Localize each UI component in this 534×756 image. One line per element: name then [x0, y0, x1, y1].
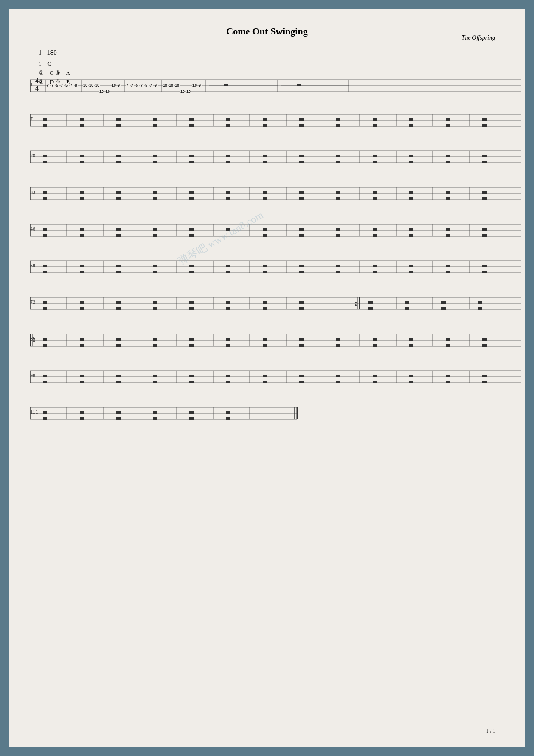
svg-rect-453 [80, 411, 84, 414]
svg-rect-117 [409, 124, 413, 127]
svg-rect-231 [116, 228, 121, 231]
svg-rect-391 [409, 344, 413, 347]
svg-rect-382 [80, 344, 84, 347]
svg-rect-194 [409, 191, 413, 194]
svg-text:10: 10 [89, 83, 93, 87]
svg-text:5: 5 [136, 83, 138, 87]
svg-rect-385 [189, 344, 194, 347]
svg-rect-280 [299, 265, 304, 267]
svg-rect-420 [299, 375, 304, 377]
svg-rect-421 [336, 375, 340, 377]
svg-rect-388 [299, 344, 304, 347]
svg-rect-246 [189, 234, 194, 237]
svg-rect-73 [224, 84, 228, 86]
svg-rect-235 [263, 228, 267, 231]
svg-rect-147 [336, 155, 340, 157]
svg-rect-286 [43, 271, 47, 273]
svg-rect-419 [263, 375, 267, 377]
svg-rect-390 [373, 344, 377, 347]
svg-text:10: 10 [192, 83, 197, 87]
svg-rect-337 [189, 307, 194, 310]
svg-rect-157 [226, 161, 230, 163]
svg-rect-393 [482, 344, 487, 347]
svg-rect-432 [263, 381, 267, 383]
svg-rect-454 [116, 411, 121, 414]
svg-rect-142 [153, 155, 157, 157]
svg-rect-375 [299, 338, 304, 341]
svg-rect-154 [116, 161, 121, 163]
svg-rect-282 [373, 265, 377, 267]
svg-rect-374 [263, 338, 267, 341]
svg-rect-339 [263, 307, 267, 310]
svg-rect-424 [446, 375, 450, 377]
svg-rect-244 [116, 234, 121, 237]
svg-rect-149 [409, 155, 413, 157]
svg-rect-203 [263, 197, 267, 200]
artist-name: The Offspring [462, 34, 495, 41]
svg-rect-236 [299, 228, 304, 231]
svg-rect-383 [116, 344, 121, 347]
svg-rect-463 [226, 417, 230, 420]
svg-text:4: 4 [35, 77, 39, 84]
svg-rect-417 [189, 375, 194, 377]
svg-rect-114 [299, 124, 304, 127]
svg-rect-278 [226, 265, 230, 267]
svg-text:59: 59 [30, 263, 35, 268]
svg-rect-289 [153, 271, 157, 273]
svg-rect-298 [482, 271, 487, 273]
svg-rect-238 [373, 228, 377, 231]
svg-text:10: 10 [112, 83, 116, 87]
svg-text:5: 5 [145, 83, 147, 87]
svg-rect-288 [116, 271, 121, 273]
svg-rect-112 [226, 124, 230, 127]
svg-rect-281 [336, 265, 340, 267]
svg-rect-368 [43, 338, 47, 341]
svg-rect-163 [446, 161, 450, 163]
svg-rect-433 [299, 381, 304, 383]
svg-rect-296 [409, 271, 413, 273]
svg-rect-335 [116, 307, 121, 310]
svg-rect-426 [43, 381, 47, 383]
svg-rect-452 [43, 411, 47, 414]
svg-rect-204 [299, 197, 304, 200]
svg-rect-145 [263, 155, 267, 157]
svg-text:10: 10 [169, 83, 173, 87]
svg-text:7: 7 [126, 83, 128, 87]
svg-text:9: 9 [75, 83, 77, 87]
svg-rect-380 [482, 338, 487, 341]
svg-rect-332 [478, 301, 482, 304]
svg-text:9: 9 [199, 83, 201, 87]
svg-rect-110 [153, 124, 157, 127]
svg-rect-229 [43, 228, 47, 231]
svg-rect-103 [373, 118, 377, 121]
svg-rect-431 [226, 381, 230, 383]
svg-rect-140 [80, 155, 84, 157]
svg-rect-113 [263, 124, 267, 127]
svg-rect-438 [482, 381, 487, 383]
svg-rect-141 [116, 155, 121, 157]
svg-rect-329 [368, 301, 373, 304]
svg-rect-413 [43, 375, 47, 377]
svg-text:5: 5 [65, 83, 68, 87]
svg-rect-201 [189, 197, 194, 200]
svg-rect-151 [482, 155, 487, 157]
svg-rect-428 [116, 381, 121, 383]
svg-rect-245 [153, 234, 157, 237]
svg-rect-457 [226, 411, 230, 414]
svg-text:33: 33 [30, 190, 35, 195]
svg-rect-200 [153, 197, 157, 200]
svg-rect-164 [482, 161, 487, 163]
svg-rect-100 [263, 118, 267, 121]
svg-rect-187 [153, 191, 157, 194]
svg-rect-148 [373, 155, 377, 157]
svg-point-315 [355, 302, 357, 303]
svg-rect-250 [373, 234, 377, 237]
svg-point-316 [355, 304, 357, 306]
svg-rect-343 [441, 307, 446, 310]
svg-rect-323 [116, 301, 121, 304]
svg-rect-425 [482, 375, 487, 377]
svg-rect-430 [189, 381, 194, 383]
svg-rect-94 [43, 118, 47, 121]
svg-rect-321 [43, 301, 47, 304]
svg-text:7: 7 [150, 83, 152, 87]
